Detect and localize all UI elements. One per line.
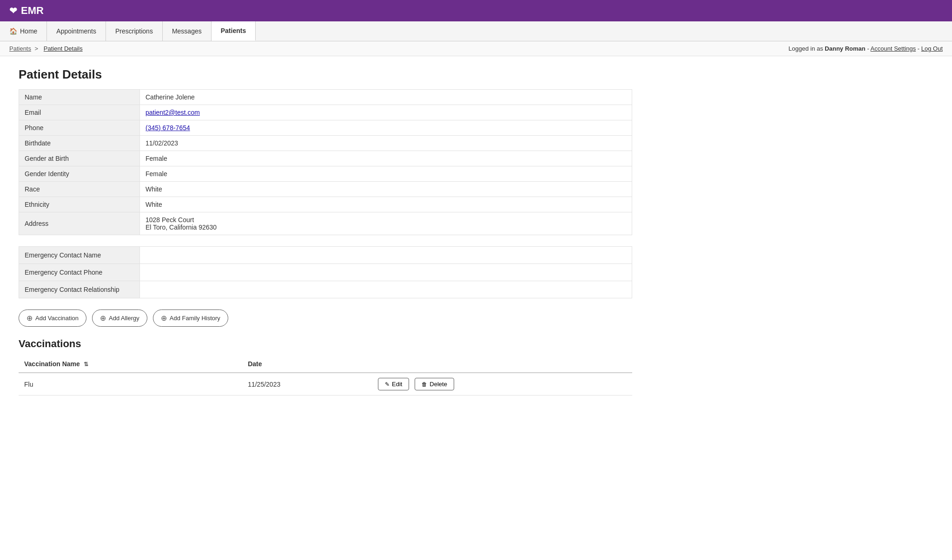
logout-separator: - xyxy=(916,45,921,52)
table-row: Email patient2@test.com xyxy=(19,105,632,120)
table-row: Emergency Contact Relationship xyxy=(19,281,632,298)
nav-label-appointments: Appointments xyxy=(56,27,96,35)
add-allergy-button[interactable]: ⊕ Add Allergy xyxy=(92,310,147,327)
vaccination-actions: ✎ Edit 🗑 Delete xyxy=(372,373,632,395)
delete-label: Delete xyxy=(430,381,447,388)
field-label-email: Email xyxy=(19,105,140,120)
col-date: Date xyxy=(242,356,372,373)
table-row: Emergency Contact Phone xyxy=(19,264,632,281)
plus-icon: ⊕ xyxy=(161,314,167,323)
breadcrumb-separator: > xyxy=(35,45,40,52)
ec-value-phone xyxy=(140,264,632,281)
col-vaccination-name: Vaccination Name ⇅ xyxy=(19,356,242,373)
field-value-birthdate: 11/02/2023 xyxy=(140,136,632,151)
field-value-address: 1028 Peck Court El Toro, California 9263… xyxy=(140,212,632,235)
field-value-gender-birth: Female xyxy=(140,151,632,166)
app-logo: ❤ EMR xyxy=(9,5,44,17)
ec-value-name xyxy=(140,247,632,264)
user-name: Danny Roman xyxy=(825,45,865,52)
field-value-ethnicity: White xyxy=(140,197,632,212)
col-actions xyxy=(372,356,632,373)
home-icon: 🏠 xyxy=(9,27,17,35)
user-info: Logged in as Danny Roman - Account Setti… xyxy=(788,45,943,52)
logged-in-text: Logged in as xyxy=(788,45,825,52)
nav-item-home[interactable]: 🏠 Home xyxy=(0,21,47,41)
nav-label-prescriptions: Prescriptions xyxy=(115,27,153,35)
add-vaccination-label: Add Vaccination xyxy=(35,315,79,322)
table-row: Race White xyxy=(19,182,632,197)
page-title: Patient Details xyxy=(19,67,632,82)
field-value-name: Catherine Jolene xyxy=(140,90,632,105)
field-value-phone: (345) 678-7654 xyxy=(140,120,632,136)
table-header-row: Vaccination Name ⇅ Date xyxy=(19,356,632,373)
app-name: EMR xyxy=(21,5,44,17)
breadcrumb: Patients > Patient Details xyxy=(9,45,85,52)
add-family-history-button[interactable]: ⊕ Add Family History xyxy=(153,310,228,327)
nav-item-prescriptions[interactable]: Prescriptions xyxy=(106,21,163,41)
logout-link[interactable]: Log Out xyxy=(921,45,943,52)
ec-label-phone: Emergency Contact Phone xyxy=(19,264,140,281)
vaccination-name-col-label: Vaccination Name xyxy=(24,360,80,368)
add-allergy-label: Add Allergy xyxy=(109,315,139,322)
nav-label-home: Home xyxy=(20,27,37,35)
patient-details-table: Name Catherine Jolene Email patient2@tes… xyxy=(19,89,632,235)
ec-label-name: Emergency Contact Name xyxy=(19,247,140,264)
field-label-gender-birth: Gender at Birth xyxy=(19,151,140,166)
field-value-email: patient2@test.com xyxy=(140,105,632,120)
main-content: Patient Details Name Catherine Jolene Em… xyxy=(0,56,651,407)
table-row: Gender Identity Female xyxy=(19,166,632,182)
breadcrumb-parent-link[interactable]: Patients xyxy=(9,45,31,52)
vaccination-name: Flu xyxy=(19,373,242,395)
field-label-gender-identity: Gender Identity xyxy=(19,166,140,182)
table-row: Address 1028 Peck Court El Toro, Califor… xyxy=(19,212,632,235)
account-settings-link[interactable]: Account Settings xyxy=(871,45,916,52)
nav-item-messages[interactable]: Messages xyxy=(163,21,212,41)
nav-item-patients[interactable]: Patients xyxy=(212,21,256,41)
emergency-contact-table: Emergency Contact Name Emergency Contact… xyxy=(19,246,632,298)
date-col-label: Date xyxy=(248,360,262,368)
field-label-name: Name xyxy=(19,90,140,105)
field-value-gender-identity: Female xyxy=(140,166,632,182)
phone-link[interactable]: (345) 678-7654 xyxy=(145,124,190,132)
table-row: Name Catherine Jolene xyxy=(19,90,632,105)
plus-icon: ⊕ xyxy=(26,314,33,323)
table-row: Ethnicity White xyxy=(19,197,632,212)
vaccinations-title: Vaccinations xyxy=(19,338,632,350)
ec-label-relationship: Emergency Contact Relationship xyxy=(19,281,140,298)
nav-label-patients: Patients xyxy=(221,27,246,34)
nav-item-appointments[interactable]: Appointments xyxy=(47,21,106,41)
delete-button[interactable]: 🗑 Delete xyxy=(415,378,454,390)
field-label-race: Race xyxy=(19,182,140,197)
field-label-phone: Phone xyxy=(19,120,140,136)
app-header: ❤ EMR xyxy=(0,0,952,21)
edit-icon: ✎ xyxy=(385,381,390,388)
user-separator: - xyxy=(866,45,871,52)
edit-button[interactable]: ✎ Edit xyxy=(378,378,409,390)
ec-value-relationship xyxy=(140,281,632,298)
field-value-race: White xyxy=(140,182,632,197)
edit-label: Edit xyxy=(392,381,402,388)
add-family-history-label: Add Family History xyxy=(170,315,220,322)
heart-icon: ❤ xyxy=(9,5,17,16)
vaccinations-table: Vaccination Name ⇅ Date Flu 11/25/2023 ✎… xyxy=(19,356,632,395)
table-row: Birthdate 11/02/2023 xyxy=(19,136,632,151)
add-vaccination-button[interactable]: ⊕ Add Vaccination xyxy=(19,310,86,327)
table-row: Gender at Birth Female xyxy=(19,151,632,166)
main-nav: 🏠 Home Appointments Prescriptions Messag… xyxy=(0,21,952,41)
vaccination-date: 11/25/2023 xyxy=(242,373,372,395)
email-link[interactable]: patient2@test.com xyxy=(145,109,200,116)
breadcrumb-bar: Patients > Patient Details Logged in as … xyxy=(0,41,952,56)
table-row: Emergency Contact Name xyxy=(19,247,632,264)
table-row: Flu 11/25/2023 ✎ Edit 🗑 Delete xyxy=(19,373,632,395)
sort-icon[interactable]: ⇅ xyxy=(84,361,88,368)
action-buttons: ⊕ Add Vaccination ⊕ Add Allergy ⊕ Add Fa… xyxy=(19,310,632,327)
delete-icon: 🗑 xyxy=(422,381,427,388)
plus-icon: ⊕ xyxy=(100,314,106,323)
breadcrumb-current: Patient Details xyxy=(44,45,83,52)
field-label-address: Address xyxy=(19,212,140,235)
field-label-ethnicity: Ethnicity xyxy=(19,197,140,212)
nav-label-messages: Messages xyxy=(172,27,202,35)
table-row: Phone (345) 678-7654 xyxy=(19,120,632,136)
field-label-birthdate: Birthdate xyxy=(19,136,140,151)
